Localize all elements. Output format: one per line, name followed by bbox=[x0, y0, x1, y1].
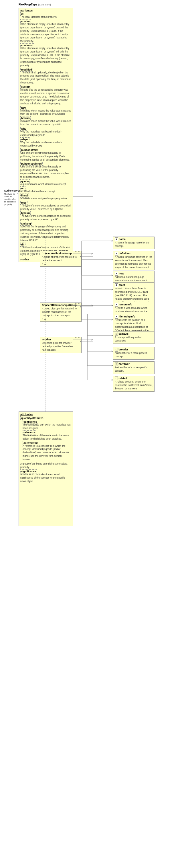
other-ext-title: ##other bbox=[42, 338, 80, 341]
concept-def-cardinality: 0..∞ bbox=[42, 263, 80, 266]
concept-rel-cardinality: 0..∞ bbox=[42, 318, 80, 320]
field-custom: custom If set to true the corresponding … bbox=[20, 86, 71, 105]
field-id: id The local identifier of the property. bbox=[20, 12, 71, 19]
concept-rel-group-box: ConceptRelationshipsGroup A group of pro… bbox=[40, 303, 82, 322]
field-significance: significance A value which indicates the… bbox=[20, 470, 71, 483]
flex-prop-type-title: attributes bbox=[20, 9, 71, 12]
page-title: FlexPropType (extension) bbox=[18, 3, 51, 6]
definition-box: A definition A natural language definiti… bbox=[113, 251, 155, 271]
field-literal: literal A freetext value assigned as pro… bbox=[20, 194, 71, 200]
related-box: □ related A related concept, where the r… bbox=[113, 376, 155, 392]
other-extension-box: ##other Extension point for provider-def… bbox=[40, 337, 82, 353]
audience-type-container: AudienceType The type to cover all quali… bbox=[3, 188, 17, 207]
field-how: how Indicates which means the value was … bbox=[20, 106, 71, 116]
note-box: A note Additional natural language infor… bbox=[113, 271, 155, 284]
field-type: type The type of the concept assigned as… bbox=[20, 201, 71, 211]
field-typeuri: typeuri The type of the concept assigned… bbox=[20, 212, 71, 221]
broader-box: □ broader An identifier of a more generi… bbox=[113, 347, 155, 360]
same-as-box: □ sameAs A concept with equivalent seman… bbox=[113, 331, 155, 344]
field-xmllang: xmllang Specifies the language of the pr… bbox=[20, 222, 71, 242]
bottom-attrs-title: attributes bbox=[20, 413, 71, 416]
field-howuri: howuri Indicates which means the value w… bbox=[20, 117, 71, 126]
name-box: A name A natural language name for the c… bbox=[113, 237, 155, 249]
field-creatoruri: creatoruri If this attribute is empty, s… bbox=[20, 44, 71, 67]
quantity-attrs-group: quantityAttributes confidence The confid… bbox=[20, 417, 71, 469]
field-uri: uri A URI which identifies a concept. bbox=[20, 187, 71, 193]
field-confidence: confidence The confidence with which the… bbox=[23, 421, 71, 430]
field-relevance: relevance The relevance of the metadata … bbox=[23, 431, 71, 441]
concept-def-group-box: ConceptDefinitionGroup A group of proper… bbox=[40, 251, 82, 267]
concept-def-title: ConceptDefinitionGroup bbox=[42, 252, 80, 255]
field-whyuri: whyuri Why the metadata has been include… bbox=[20, 138, 71, 148]
field-pubconstraint: pubconstraint One or many constraints th… bbox=[20, 149, 71, 162]
page: FlexPropType (extension) attributes id T… bbox=[0, 0, 192, 863]
flex-prop-type-box: attributes id The local identifier of th… bbox=[18, 8, 73, 262]
field-modified: modified The date (and, optionally, the … bbox=[20, 68, 71, 85]
concept-rel-title: ConceptRelationshipsGroup bbox=[42, 304, 80, 307]
uml-diagram: FlexPropType (extension) attributes id T… bbox=[1, 1, 190, 862]
narrower-box: □ narrower An identifier of a more speci… bbox=[113, 361, 155, 374]
field-qcode: qcode A qualified code which identifies … bbox=[20, 180, 71, 186]
field-derivedfrom: derivedfrom A reference to a concept fro… bbox=[23, 442, 71, 461]
audience-type-box: AudienceType The type to cover all quali… bbox=[3, 188, 17, 207]
field-pubconstrainturi: pubconstrainturi One or many constraints… bbox=[20, 162, 71, 179]
field-creator: creator If this attribute is empty, spec… bbox=[20, 20, 71, 43]
field-why: why Why the metadata has been included -… bbox=[20, 127, 71, 137]
bottom-attributes-box: attributes quantityAttributes confidence… bbox=[18, 411, 73, 526]
